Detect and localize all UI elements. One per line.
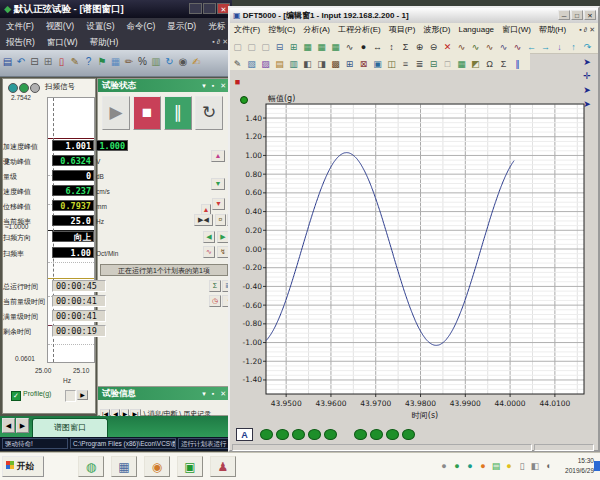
undo-icon[interactable]: ↶	[15, 53, 27, 71]
tab-scroll-right-button[interactable]: ▶	[16, 418, 29, 433]
save-icon[interactable]: ▤	[2, 53, 14, 71]
panel-header-icons2[interactable]: ▾ ▪ ✕	[202, 387, 228, 400]
omega-icon[interactable]: Ω	[483, 58, 496, 71]
restart-button[interactable]: ↻	[195, 96, 223, 130]
channel-ok-indicator[interactable]	[354, 429, 367, 440]
network-icon[interactable]: ◧	[529, 460, 541, 472]
menu-item[interactable]: 命令(C)	[121, 18, 162, 34]
econ-app-icon[interactable]: ◍	[78, 456, 104, 477]
mdi-controls[interactable]: ▪ ∂ ✕	[212, 34, 228, 50]
sum-time-icon[interactable]: Σ	[209, 280, 221, 292]
step-down-button[interactable]: ▼	[212, 198, 225, 210]
chart-icon-8[interactable]: ⊞	[343, 58, 356, 71]
image-icon[interactable]: ▦	[110, 53, 122, 71]
pen-icon[interactable]: ✎	[69, 53, 81, 71]
brush-icon[interactable]: ✏	[123, 53, 135, 71]
media-app-icon[interactable]: ◉	[144, 456, 170, 477]
menu-item[interactable]: 工程分析(E)	[334, 23, 385, 36]
menu-item[interactable]: 显示(D)	[161, 18, 202, 34]
device-icon[interactable]: ●	[438, 460, 450, 472]
channel-ok-indicator[interactable]	[402, 429, 415, 440]
chart-icon-9[interactable]: ⊠	[357, 58, 370, 71]
chart-icon-17[interactable]: ◩	[469, 58, 482, 71]
maximize-icon[interactable]	[203, 3, 216, 14]
chart-icon-10[interactable]: ▣	[371, 58, 384, 71]
menu-item[interactable]: 帮助(H)	[84, 34, 125, 50]
start-button[interactable]: 开始	[2, 456, 44, 477]
raise-level-button[interactable]: ▲	[211, 150, 225, 162]
tab-spectrum-window[interactable]: 谱图窗口	[32, 418, 108, 438]
lock-icon[interactable]: ¤	[215, 214, 226, 226]
camera-icon[interactable]: ◉	[177, 53, 189, 71]
pause-icon[interactable]: ∥	[511, 58, 524, 71]
arrow-down-icon[interactable]: ↓	[553, 41, 566, 54]
export-pdf-icon[interactable]: ▯	[56, 53, 68, 71]
channel-ok-indicator[interactable]	[324, 429, 337, 440]
channel-dot3-icon[interactable]	[30, 83, 40, 93]
chart-icon-3[interactable]: ▤	[273, 58, 286, 71]
menu-item[interactable]: 文件(F)	[230, 23, 264, 36]
close-icon[interactable]: ✕	[584, 10, 596, 20]
menu-item[interactable]: Language	[454, 23, 498, 36]
waveform-button[interactable]: ∿	[203, 246, 215, 258]
percent-icon[interactable]: %	[137, 53, 149, 71]
messenger-icon[interactable]: ●	[464, 460, 476, 472]
tray-clock[interactable]: 15:30 2019/6/29	[558, 456, 594, 476]
stop-button[interactable]: ■	[133, 96, 161, 130]
channel-ok-indicator[interactable]	[370, 429, 383, 440]
help-icon[interactable]: ?	[83, 53, 95, 71]
input-method-icon[interactable]: ●	[503, 460, 515, 472]
mdi-controls[interactable]: ▪ ∂ ✕	[579, 23, 595, 36]
menu-item[interactable]: 项目(P)	[385, 23, 420, 36]
refresh-icon[interactable]: ↻	[164, 53, 176, 71]
chart-icon-16[interactable]: ▦	[455, 58, 468, 71]
arrow-right-icon[interactable]: →	[539, 41, 552, 54]
update-icon[interactable]: ▤	[490, 460, 502, 472]
crosshair-icon[interactable]: ✛	[580, 69, 594, 83]
menu-item[interactable]: 分析(A)	[299, 23, 334, 36]
antivirus-icon[interactable]: ●	[451, 460, 463, 472]
usb-icon[interactable]: ▯	[516, 460, 528, 472]
chart-icon-12[interactable]: ≡	[399, 58, 412, 71]
start-button[interactable]: ▶	[102, 96, 130, 130]
profile-next-button[interactable]: ▶	[77, 390, 88, 400]
measure-app-icon[interactable]: ♟	[210, 456, 236, 477]
dft5000-titlebar[interactable]: ▣ DFT5000 - [编辑窗1 - Input 192.168.2.200 …	[230, 8, 598, 23]
channel-dot-icon[interactable]	[8, 83, 18, 93]
menu-item[interactable]: 窗口(W)	[498, 23, 535, 36]
panel-header-icons[interactable]: ▾ ▪ ✕	[202, 79, 228, 92]
menu-item[interactable]: 波形(D)	[419, 23, 454, 36]
channel-dot2-icon[interactable]	[19, 83, 29, 93]
chart-icon-1[interactable]: ▧	[245, 58, 258, 71]
menu-item[interactable]: 控制(C)	[264, 23, 299, 36]
test-status-header[interactable]: 试验状态 ▾ ▪ ✕	[98, 79, 231, 92]
maximize-icon[interactable]: □	[571, 10, 583, 20]
menu-item[interactable]: 窗口(W)	[41, 34, 84, 50]
pause-button[interactable]: ∥	[164, 96, 192, 130]
language-flag-icon[interactable]	[594, 461, 600, 471]
channel-ok-indicator[interactable]	[386, 429, 399, 440]
chart-icon-4[interactable]: ▥	[287, 58, 300, 71]
pencil-icon[interactable]: ✎	[231, 58, 244, 71]
security-icon[interactable]: ●	[477, 460, 489, 472]
print-icon[interactable]: ⊟	[29, 53, 41, 71]
database-icon[interactable]: ▥	[150, 53, 162, 71]
chart-icon-7[interactable]: ▩	[329, 58, 342, 71]
test-info-header[interactable]: 试验信息 ▾ ▪ ✕	[98, 387, 231, 400]
lower-level-button[interactable]: ▼	[211, 178, 225, 190]
vcs-app-icon[interactable]: ▣	[177, 456, 203, 477]
chart-icon-5[interactable]: ◧	[301, 58, 314, 71]
chart-icon-2[interactable]: ▨	[259, 58, 272, 71]
menu-item[interactable]: 视图(V)	[40, 18, 80, 34]
tab-scroll-left-button[interactable]: ◀	[2, 418, 15, 433]
menu-item[interactable]: 设置(S)	[80, 18, 120, 34]
flag-icon[interactable]: ⚑	[96, 53, 108, 71]
chart-icon-13[interactable]: ≣	[413, 58, 426, 71]
sweep-left-button[interactable]: ◀	[203, 231, 215, 243]
channel-ok-indicator[interactable]	[260, 429, 273, 440]
chart-icon-15[interactable]: □	[441, 58, 454, 71]
clock-icon[interactable]: ◷	[209, 295, 221, 307]
copy-icon[interactable]: ⊞	[42, 53, 54, 71]
profile-spinner[interactable]	[65, 390, 76, 402]
cursor-arrow-icon[interactable]: ➤	[580, 55, 594, 69]
